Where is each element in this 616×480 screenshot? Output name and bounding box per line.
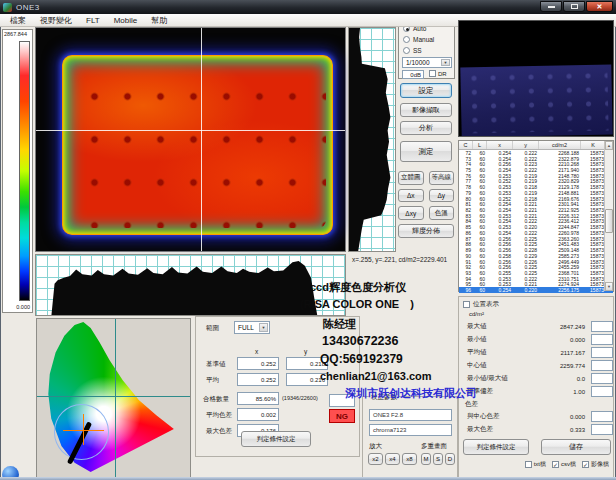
stat-spare-box[interactable] <box>591 424 613 435</box>
lum-stat-row: 中心値2259.774 <box>467 359 613 372</box>
luminance-heatmap[interactable] <box>35 27 346 252</box>
shutter-speed-select[interactable]: 1/10000 ▼ <box>402 57 452 68</box>
button-色溫[interactable]: 色溫 <box>429 206 455 220</box>
multi-m-button[interactable]: M <box>421 453 431 465</box>
lens-field[interactable]: ONE3 F2.8 <box>369 409 452 421</box>
color-stat-row: 與中心色差0.000 <box>467 410 613 423</box>
dr-checkbox[interactable] <box>429 70 436 77</box>
table-row[interactable]: 96600.2540.2202256.17515873 <box>459 287 613 293</box>
gain-field[interactable]: 0dB <box>402 70 424 79</box>
heatmap-panel-image <box>62 55 333 235</box>
scrollbar-thumb[interactable] <box>605 209 613 233</box>
camera-preview <box>458 20 614 137</box>
lum-stat-row: 標準偏差1.00 <box>467 385 613 398</box>
overlay-qq: QQ:569192379 <box>320 352 403 366</box>
heatmap-crosshair-horizontal <box>36 130 345 131</box>
close-button[interactable]: ✕ <box>586 1 613 12</box>
menu-item-2[interactable]: FLT <box>79 16 107 25</box>
stat-spare-box[interactable] <box>591 386 613 397</box>
overlay-company: 深圳市跃创达科技有限公司 <box>345 386 477 401</box>
multi-d-button[interactable]: D <box>445 453 455 465</box>
cie-crosshair-horizontal <box>37 396 190 397</box>
stat-label: 最小値 <box>467 335 533 344</box>
calibration-group: 校正參數 ONE3 F2.8 chroma7123 放大 多重畫面 x2x4x8… <box>362 396 458 478</box>
stat-spare-box[interactable] <box>591 321 613 332</box>
close-icon: ✕ <box>597 3 603 10</box>
analyze-button[interactable]: 分析 <box>400 121 452 135</box>
scroll-down-icon[interactable]: ▼ <box>605 282 613 291</box>
shutter-speed-value: 1/10000 <box>406 59 430 66</box>
stat-spare-box[interactable] <box>591 360 613 371</box>
zoom-x2-button[interactable]: x2 <box>368 453 383 465</box>
window-title: ONE3 <box>16 3 40 12</box>
menu-item-4[interactable]: 幫助 <box>144 15 174 26</box>
table-scrollbar[interactable]: ▲ ▼ <box>604 141 613 291</box>
chevron-down-icon: ▼ <box>259 323 268 332</box>
button-立體圖[interactable]: 立體圖 <box>398 171 424 185</box>
cell: 2256.175 <box>539 287 581 293</box>
radio-ss[interactable]: SS <box>403 47 422 54</box>
save-button[interactable]: 儲存 <box>541 439 611 455</box>
button-δy[interactable]: Δy <box>429 189 455 203</box>
file-check-label: csv檔 <box>561 460 576 469</box>
stat-spare-box[interactable] <box>591 373 613 384</box>
zoom-label: 放大 <box>369 442 382 451</box>
cie-marker-vertical <box>83 414 84 446</box>
avg-color-diff-field: 0.002 <box>237 408 279 421</box>
chevron-down-icon: ▼ <box>441 59 450 66</box>
cell: 0.254 <box>487 287 513 293</box>
radio-manual[interactable]: Manual <box>403 36 434 43</box>
button-δxy[interactable]: Δxy <box>398 206 424 220</box>
menu-item-3[interactable]: Mobile <box>107 16 145 25</box>
multi-screen-label: 多重畫面 <box>421 442 447 451</box>
image-capture-button[interactable]: 影像擷取 <box>400 103 452 117</box>
menu-item-1[interactable]: 視野變化 <box>33 15 79 26</box>
position-display-checkbox[interactable] <box>463 301 470 308</box>
zoom-x4-button[interactable]: x4 <box>385 453 400 465</box>
chroma-field[interactable]: chroma7123 <box>369 424 452 436</box>
stat-spare-box[interactable] <box>591 347 613 358</box>
luminance-distribution-button[interactable]: 輝度分佈 <box>398 224 454 238</box>
file-check-影像檔[interactable]: ✓影像檔 <box>582 460 609 469</box>
file-check-label: 影像檔 <box>591 460 609 469</box>
measurement-table[interactable]: CLxycd/m2K 72600.2540.2222268.1881587373… <box>458 140 614 292</box>
stat-value: 0.000 <box>533 337 585 343</box>
checkbox-icon[interactable] <box>525 461 532 468</box>
maximize-icon <box>571 4 578 9</box>
cie-chromaticity-panel[interactable] <box>36 318 191 478</box>
button-δx[interactable]: Δx <box>398 189 424 203</box>
table-body[interactable]: 72600.2540.2222268.1881587373600.2540.22… <box>459 150 613 293</box>
file-check-txt檔[interactable]: txt檔 <box>525 460 546 469</box>
position-display-toggle[interactable]: 位置表示 <box>463 300 499 309</box>
lum-stat-row: 平均値2117.167 <box>467 346 613 359</box>
checkbox-checked-icon[interactable]: ✓ <box>552 461 559 468</box>
settings-button[interactable]: 設定 <box>400 83 452 98</box>
stat-label: 平均値 <box>467 348 533 357</box>
file-check-csv檔[interactable]: ✓csv檔 <box>552 460 576 469</box>
reference-x-field[interactable]: 0.252 <box>237 357 279 370</box>
checkbox-checked-icon[interactable]: ✓ <box>582 461 589 468</box>
overlay-phone: 13430672236 <box>322 334 398 348</box>
maximize-button[interactable] <box>563 1 585 12</box>
minimize-button[interactable] <box>540 1 562 12</box>
judge-condition-button[interactable]: 判定條件設定 <box>241 431 311 447</box>
dr-checkbox-row[interactable]: DR <box>429 70 447 77</box>
judge-condition-button[interactable]: 判定條件設定 <box>463 439 529 455</box>
zoom-buttons: x2x4x8 <box>368 453 417 465</box>
stat-spare-box[interactable] <box>591 334 613 345</box>
position-display-label: 位置表示 <box>473 300 499 309</box>
measure-button[interactable]: 測定 <box>400 141 452 162</box>
menu-item-0[interactable]: 檔案 <box>3 15 33 26</box>
multi-s-button[interactable]: S <box>433 453 443 465</box>
average-x-field[interactable]: 0.252 <box>237 373 279 386</box>
colorbar-panel: 2867.844 0.000 <box>2 29 33 313</box>
range-mode-select[interactable]: FULL ▼ <box>234 321 270 334</box>
button-等高線[interactable]: 等高線 <box>429 171 455 185</box>
col-x-header: x <box>255 348 258 355</box>
col-header-L: L <box>473 141 487 149</box>
overlay-product-name: ccd辉度色度分析仪 <box>310 280 406 295</box>
scroll-up-icon[interactable]: ▲ <box>605 141 613 150</box>
stat-spare-box[interactable] <box>591 411 613 422</box>
cell: 15873 <box>581 287 606 293</box>
zoom-x8-button[interactable]: x8 <box>402 453 417 465</box>
